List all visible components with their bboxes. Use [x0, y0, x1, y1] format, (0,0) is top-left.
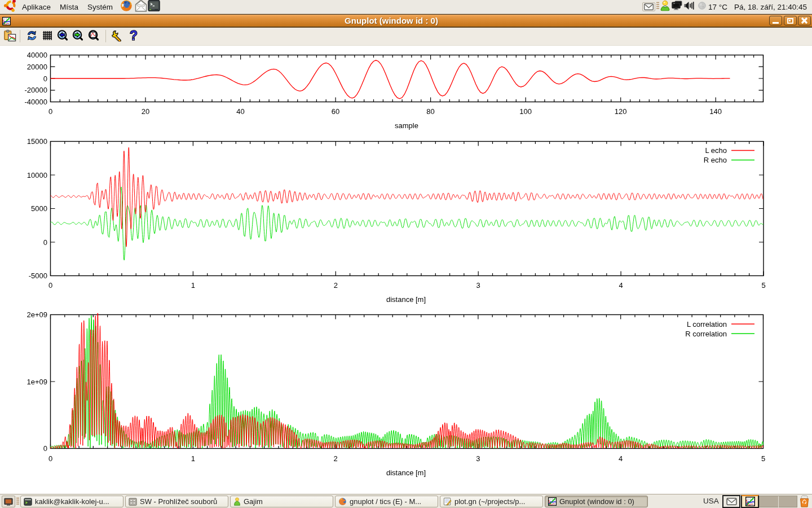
- svg-text:0: 0: [43, 238, 47, 247]
- svg-text:?: ?: [130, 29, 138, 42]
- svg-text:distance [m]: distance [m]: [386, 468, 426, 477]
- svg-text:140: 140: [709, 107, 722, 116]
- svg-text:L correlation: L correlation: [687, 320, 727, 329]
- svg-text:3: 3: [476, 281, 480, 290]
- svg-text:-20000: -20000: [25, 86, 47, 94]
- svg-text:1e+09: 1e+09: [27, 378, 47, 386]
- svg-text:0: 0: [48, 107, 52, 116]
- svg-text:0: 0: [43, 75, 47, 83]
- svg-text:2: 2: [333, 454, 337, 463]
- svg-text:20000: 20000: [27, 63, 47, 71]
- svg-text:1: 1: [191, 454, 195, 463]
- svg-text:5000: 5000: [31, 204, 47, 213]
- svg-text:10000: 10000: [27, 171, 47, 179]
- svg-text:L echo: L echo: [705, 146, 727, 155]
- svg-text:0: 0: [48, 454, 52, 463]
- svg-text:80: 80: [426, 107, 434, 116]
- svg-text:4: 4: [619, 281, 623, 290]
- svg-text:2: 2: [334, 281, 338, 290]
- svg-text:40000: 40000: [27, 51, 47, 59]
- svg-text:0: 0: [48, 281, 52, 290]
- svg-text:60: 60: [332, 107, 339, 116]
- svg-text:2e+09: 2e+09: [27, 310, 47, 319]
- svg-text:sample: sample: [395, 121, 418, 130]
- svg-text:4: 4: [619, 454, 623, 463]
- svg-text:-5000: -5000: [29, 271, 47, 280]
- svg-text:15000: 15000: [27, 137, 47, 146]
- svg-text:1: 1: [191, 281, 195, 290]
- svg-text:120: 120: [615, 107, 627, 116]
- svg-text:3: 3: [476, 454, 480, 463]
- svg-text:0: 0: [43, 444, 47, 453]
- svg-text:20: 20: [142, 107, 149, 116]
- svg-text:R echo: R echo: [704, 156, 727, 164]
- svg-text:5: 5: [761, 454, 765, 463]
- svg-text:R correlation: R correlation: [685, 330, 727, 338]
- svg-text:100: 100: [519, 107, 532, 116]
- svg-text:distance [m]: distance [m]: [386, 295, 426, 304]
- svg-text:-40000: -40000: [25, 98, 47, 106]
- svg-text:40: 40: [236, 107, 244, 116]
- svg-text:5: 5: [761, 281, 765, 290]
